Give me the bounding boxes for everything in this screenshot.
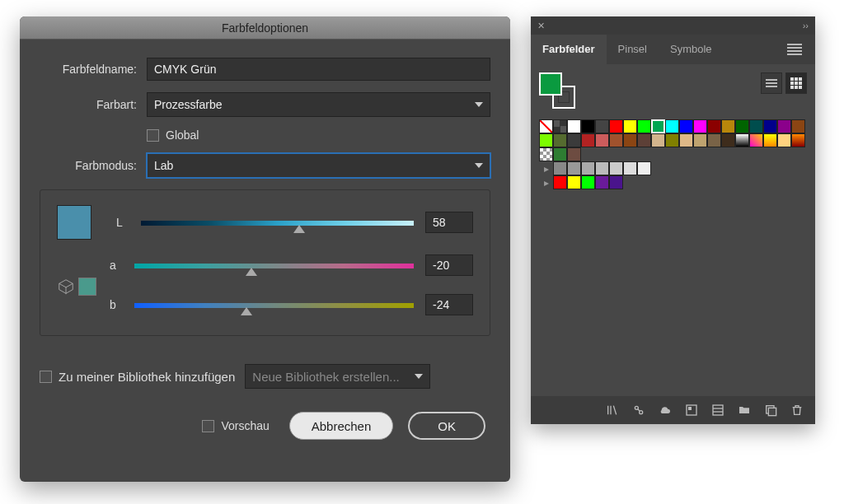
swatch-color[interactable]: [707, 119, 721, 133]
colortype-label: Farbart:: [40, 98, 147, 111]
close-icon[interactable]: ✕: [537, 21, 545, 31]
swatch-group-folder[interactable]: ▸: [539, 175, 553, 189]
panel-menu-icon[interactable]: [787, 44, 802, 55]
swatch-gradient[interactable]: [735, 133, 749, 147]
swatch-color[interactable]: [609, 175, 623, 189]
swatch-options-icon[interactable]: [685, 404, 698, 417]
swatch-color[interactable]: [707, 133, 721, 147]
swatch-group-folder[interactable]: ▸: [539, 161, 553, 175]
panel-tabs: Farbfelder Pinsel Symbole: [531, 35, 815, 64]
folder-icon[interactable]: [738, 404, 751, 417]
swatch-color[interactable]: [567, 175, 581, 189]
list-view-button[interactable]: [761, 72, 782, 94]
swatches-panel: ✕ ›› Farbfelder Pinsel Symbole ▸▸: [531, 16, 815, 424]
colortype-select[interactable]: Prozessfarbe: [147, 92, 490, 117]
swatch-color[interactable]: [721, 119, 735, 133]
global-checkbox[interactable]: Global: [147, 128, 199, 142]
swatch-color[interactable]: [581, 175, 595, 189]
tab-pinsel[interactable]: Pinsel: [607, 35, 659, 64]
swatch-color[interactable]: [595, 175, 609, 189]
colormode-label: Farbmodus:: [40, 159, 147, 172]
swatch-color[interactable]: [609, 161, 623, 175]
link-icon[interactable]: [632, 404, 645, 417]
swatch-color[interactable]: [623, 161, 637, 175]
cancel-button[interactable]: Abbrechen: [289, 412, 394, 440]
swatch-color[interactable]: [581, 133, 595, 147]
color-sliders-group: L 58 a: [40, 189, 490, 336]
colormode-select[interactable]: Lab: [147, 153, 490, 178]
swatch-color[interactable]: [651, 119, 665, 133]
swatch-color[interactable]: [595, 133, 609, 147]
tab-farbfelder[interactable]: Farbfelder: [531, 35, 607, 64]
channel-L-label: L: [103, 216, 136, 229]
swatch-color[interactable]: [567, 133, 581, 147]
channel-L-slider[interactable]: [141, 217, 414, 227]
swatch-color[interactable]: [763, 119, 777, 133]
library-select[interactable]: Neue Bibliothek erstellen...: [245, 364, 430, 389]
swatch-color[interactable]: [595, 161, 609, 175]
grid-view-button[interactable]: [785, 72, 807, 94]
swatch-color[interactable]: [637, 161, 651, 175]
swatch-color[interactable]: [567, 119, 581, 133]
swatch-grid: ▸▸: [539, 119, 807, 189]
panel-footer: [531, 396, 815, 424]
channel-a-value[interactable]: -20: [425, 254, 473, 276]
tab-symbole[interactable]: Symbole: [659, 35, 724, 64]
swatch-color[interactable]: [679, 133, 693, 147]
swatch-color[interactable]: [553, 147, 567, 161]
channel-b-slider[interactable]: [134, 300, 414, 310]
fill-stroke-indicator[interactable]: [539, 72, 575, 109]
swatch-gradient[interactable]: [791, 133, 805, 147]
swatch-color[interactable]: [735, 119, 749, 133]
color-preview: [57, 205, 91, 240]
swatch-color[interactable]: [539, 133, 553, 147]
channel-a-slider[interactable]: [134, 260, 414, 270]
swatch-transparent[interactable]: [539, 147, 553, 161]
channel-b-value[interactable]: -24: [425, 294, 473, 315]
swatch-color[interactable]: [791, 119, 805, 133]
swatch-color[interactable]: [595, 119, 609, 133]
swatch-color[interactable]: [693, 133, 707, 147]
svg-rect-3: [689, 408, 692, 410]
swatch-gradient[interactable]: [749, 133, 763, 147]
swatch-color[interactable]: [609, 133, 623, 147]
gamut-corrected-color[interactable]: [78, 278, 96, 296]
swatch-gradient[interactable]: [763, 133, 777, 147]
swatch-color[interactable]: [553, 161, 567, 175]
swatch-color[interactable]: [623, 119, 637, 133]
trash-icon[interactable]: [790, 404, 804, 417]
collapse-icon[interactable]: ››: [803, 21, 809, 30]
ok-button[interactable]: OK: [408, 412, 485, 440]
swatch-color[interactable]: [637, 119, 651, 133]
swatch-color[interactable]: [679, 119, 693, 133]
swatch-color[interactable]: [623, 133, 637, 147]
swatch-color[interactable]: [609, 119, 623, 133]
gamut-warning-icon[interactable]: [57, 278, 75, 296]
swatch-color[interactable]: [581, 119, 595, 133]
swatch-color[interactable]: [567, 161, 581, 175]
swatch-color[interactable]: [693, 119, 707, 133]
swatch-color[interactable]: [777, 133, 791, 147]
swatch-color[interactable]: [749, 119, 763, 133]
swatch-color[interactable]: [553, 175, 567, 189]
cloud-icon[interactable]: [659, 404, 672, 417]
swatch-color[interactable]: [665, 119, 679, 133]
list-icon[interactable]: [711, 404, 724, 417]
new-swatch-icon[interactable]: [764, 404, 777, 417]
swatch-color[interactable]: [581, 161, 595, 175]
swatch-color[interactable]: [637, 133, 651, 147]
swatch-registration[interactable]: [553, 119, 567, 133]
add-to-library-checkbox[interactable]: Zu meiner Bibliothek hinzufügen: [40, 370, 235, 384]
swatch-name-input[interactable]: [147, 58, 490, 81]
swatch-none[interactable]: [539, 119, 553, 133]
swatch-color[interactable]: [553, 133, 567, 147]
library-icon[interactable]: [606, 404, 619, 417]
svg-rect-4: [713, 405, 723, 415]
preview-checkbox[interactable]: Vorschau: [202, 419, 269, 432]
swatch-color[interactable]: [567, 147, 581, 161]
swatch-color[interactable]: [651, 133, 665, 147]
channel-L-value[interactable]: 58: [425, 212, 473, 233]
swatch-color[interactable]: [721, 133, 735, 147]
swatch-color[interactable]: [777, 119, 791, 133]
swatch-color[interactable]: [665, 133, 679, 147]
